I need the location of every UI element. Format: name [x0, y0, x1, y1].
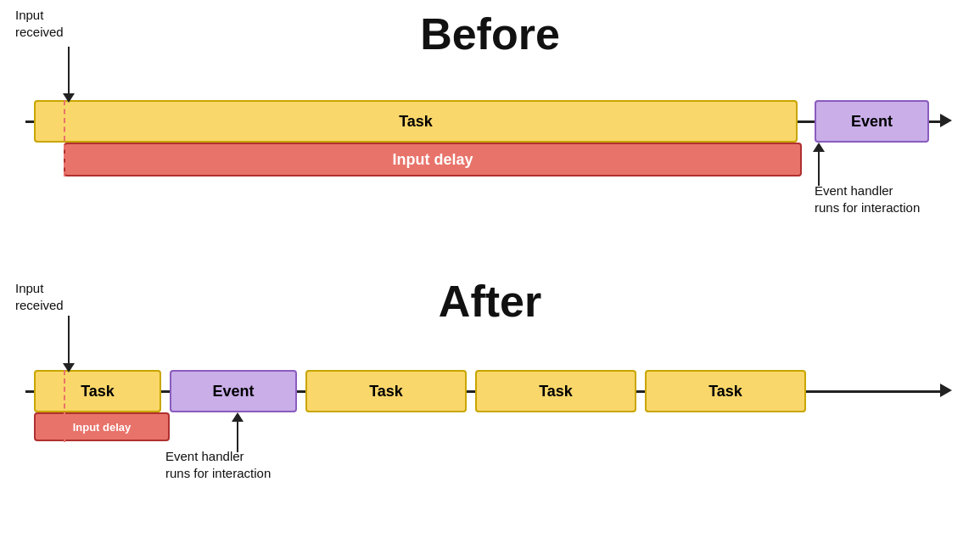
- after-timeline-arrow: [940, 384, 952, 397]
- after-task4-box: Task: [645, 370, 806, 412]
- before-timeline-arrow: [940, 114, 952, 127]
- after-input-delay-box: Input delay: [34, 412, 170, 441]
- after-task1-box: Task: [34, 370, 161, 412]
- diagram-container: Before Task Event Input delay Inputrecei…: [0, 0, 980, 549]
- after-task3-box: Task: [475, 370, 636, 412]
- after-input-arrow: [63, 316, 75, 373]
- before-task-box: Task: [34, 100, 798, 143]
- after-connector-1: [161, 390, 170, 393]
- before-input-received-label: Inputreceived: [15, 7, 64, 42]
- before-event-box: Event: [815, 100, 929, 143]
- before-input-delay-box: Input delay: [64, 143, 802, 176]
- before-event-handler-label: Event handlerruns for interaction: [815, 182, 920, 217]
- before-title: Before: [0, 8, 980, 59]
- after-event-box: Event: [170, 370, 297, 412]
- after-dashed-line: [64, 370, 65, 442]
- after-connector-4: [636, 390, 645, 393]
- before-input-arrow: [63, 47, 75, 103]
- after-event-handler-arrow: [232, 412, 244, 452]
- after-event-handler-label: Event handlerruns for interaction: [165, 448, 271, 483]
- after-title: After: [0, 276, 980, 327]
- after-connector-2: [297, 390, 305, 393]
- before-event-handler-arrow: [813, 143, 825, 186]
- after-connector-3: [467, 390, 475, 393]
- after-input-received-label: Inputreceived: [15, 280, 64, 315]
- before-dashed-line: [64, 100, 65, 176]
- after-task2-box: Task: [305, 370, 467, 412]
